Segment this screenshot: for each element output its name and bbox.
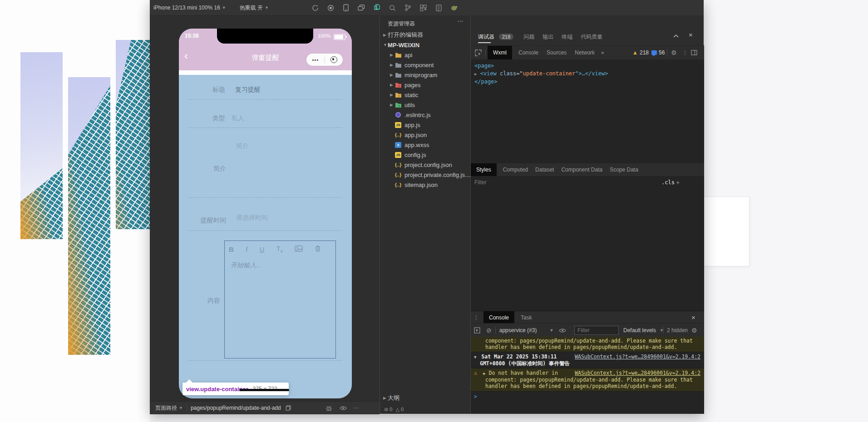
intro-textarea-placeholder[interactable]: 简介 xyxy=(236,142,249,150)
tree-item-project-config[interactable]: {..} project.config.json xyxy=(380,160,471,170)
git-icon[interactable] xyxy=(402,2,413,13)
italic-icon[interactable]: I xyxy=(246,245,248,253)
chevron-down-icon[interactable]: ▼ xyxy=(179,406,183,410)
collapse-arrow-icon[interactable]: ▼ xyxy=(474,355,476,359)
expand-arrow-icon[interactable]: ▶ xyxy=(483,371,485,376)
tab-dataset[interactable]: Dataset xyxy=(535,167,554,173)
more-icon[interactable]: ⋯ xyxy=(353,405,360,411)
desktop-background xyxy=(0,0,150,422)
close-minip-button[interactable] xyxy=(325,56,343,63)
tab-scope-data[interactable]: Scope Data xyxy=(610,167,638,173)
tab-debugger[interactable]: 调试器 xyxy=(478,33,494,41)
subtab-network[interactable]: Network xyxy=(575,49,595,56)
tab-styles[interactable]: Styles xyxy=(471,163,497,176)
console-filter-input[interactable] xyxy=(574,326,619,335)
log-levels-selector[interactable]: Default levels xyxy=(623,327,656,334)
tree-item-utils[interactable]: ▶ utils xyxy=(380,100,471,110)
problems-counts[interactable]: ⊘ 0 △ 0 xyxy=(384,407,404,412)
tree-item-pages[interactable]: ▶ pages xyxy=(380,80,471,90)
source-link[interactable]: WASubContext.js?t=we…28496001&v=2.19.4:2 xyxy=(575,370,700,376)
explorer-files-icon[interactable] xyxy=(371,2,382,13)
bug-icon[interactable] xyxy=(323,402,334,413)
tree-item-static[interactable]: ▶ static xyxy=(380,90,471,100)
trash-icon[interactable] xyxy=(315,245,321,253)
type-field-placeholder[interactable]: 私人 xyxy=(232,114,244,123)
explorer-more-icon[interactable]: ⋯ xyxy=(457,17,464,25)
wallpaper-strip-left xyxy=(20,52,63,239)
file-doc-icon[interactable] xyxy=(433,2,444,13)
gear-icon[interactable]: ⚙ xyxy=(671,49,677,56)
console-log-group[interactable]: ▼ Sat Mar 22 2025 15:38:11 WASubContext.… xyxy=(471,352,704,368)
info-count[interactable]: 56 xyxy=(659,49,665,56)
subtab-wxml[interactable]: Wxml xyxy=(488,46,512,59)
tab-terminal[interactable]: 终端 xyxy=(562,33,572,41)
tree-item-eslintrc[interactable]: .eslintrc.js xyxy=(380,110,471,120)
tree-item-miniprogram[interactable]: ▶ miniprogram xyxy=(380,70,471,80)
kebab-menu-icon[interactable]: ⋮ xyxy=(682,49,688,56)
collapse-icon[interactable] xyxy=(673,33,679,39)
tab-component-data[interactable]: Component Data xyxy=(561,167,602,173)
extensions-icon[interactable] xyxy=(418,2,429,13)
inspect-element-icon[interactable] xyxy=(473,47,483,58)
section-outline[interactable]: ▶ 大纲 xyxy=(380,393,471,403)
eye-icon[interactable] xyxy=(338,402,349,413)
add-style-button[interactable]: + xyxy=(676,179,680,186)
community-icon[interactable] xyxy=(449,2,459,13)
more-menu-button[interactable]: ••• xyxy=(306,57,325,63)
device-selector[interactable]: iPhone 12/13 mini 100% 16 ▼ xyxy=(153,5,226,11)
phone-preview-icon[interactable] xyxy=(340,2,351,13)
expand-arrow-icon[interactable]: ▶ xyxy=(474,72,477,76)
section-open-editors[interactable]: ▶ 打开的编辑器 xyxy=(380,30,471,40)
console-log-area[interactable]: component: pages/popupRemind/update-and-… xyxy=(471,337,704,414)
tab-console-bottom[interactable]: Console xyxy=(483,311,514,324)
title-field-value[interactable]: 复习提醒 xyxy=(235,86,261,94)
drag-handle-icon[interactable]: ⋮ xyxy=(473,314,479,321)
copy-icon[interactable] xyxy=(283,402,294,413)
subtab-sources[interactable]: Sources xyxy=(547,49,567,56)
multi-window-icon[interactable] xyxy=(356,2,367,13)
tree-item-component[interactable]: ▶ component xyxy=(380,60,471,70)
context-selector[interactable]: appservice (#3) xyxy=(499,327,537,334)
source-link[interactable]: WASubContext.js?t=we…28496001&v=2.19.4:2 xyxy=(575,353,700,360)
tab-computed[interactable]: Computed xyxy=(503,167,528,173)
expand-console-icon[interactable] xyxy=(472,325,483,336)
section-project-root[interactable]: ▼ MP-WEIXIN xyxy=(380,40,471,50)
clear-format-icon[interactable]: Tx xyxy=(276,245,283,254)
compile-icon[interactable] xyxy=(310,2,321,13)
clear-console-icon[interactable]: ⊘ xyxy=(486,327,492,334)
tree-item-sitemap-json[interactable]: {..} sitemap.json xyxy=(380,180,471,190)
tree-item-app-js[interactable]: JS app.js xyxy=(380,120,471,130)
chevron-right-icon: ▶ xyxy=(390,83,395,87)
bold-icon[interactable]: B xyxy=(229,245,234,253)
tree-item-api[interactable]: ▶ api xyxy=(380,50,471,60)
close-icon[interactable]: × xyxy=(689,31,693,39)
hot-reload-toggle[interactable]: 热重载 开 ▼ xyxy=(240,4,269,12)
close-icon[interactable]: × xyxy=(691,314,695,321)
subtab-console[interactable]: Console xyxy=(518,49,538,56)
tab-problems[interactable]: 问题 xyxy=(523,33,534,41)
console-prompt[interactable]: > xyxy=(471,392,704,400)
dock-layout-icon[interactable] xyxy=(689,47,700,58)
remind-time-placeholder[interactable]: 请选择时间 xyxy=(236,214,268,222)
styles-filter-input[interactable] xyxy=(472,178,608,186)
record-icon[interactable] xyxy=(325,2,336,13)
wxml-code-view[interactable]: <page> ▶ <view class="update-container">… xyxy=(471,59,704,163)
rich-text-editor[interactable]: B I U Tx 开始输入... xyxy=(224,240,336,358)
subtab-overflow[interactable]: » xyxy=(601,49,604,56)
cls-button[interactable]: .cls xyxy=(661,179,675,186)
gear-icon[interactable]: ⚙ xyxy=(691,327,697,334)
tree-item-app-json[interactable]: {..} app.json xyxy=(380,130,471,140)
console-warning-handler[interactable]: ⚠ ▶ Do not have handler in WASubContext.… xyxy=(471,368,704,392)
insert-image-icon[interactable] xyxy=(295,245,303,253)
underline-icon[interactable]: U xyxy=(260,245,265,253)
tree-item-app-wxss[interactable]: 3 app.wxss xyxy=(380,140,471,150)
tree-item-label: config.js xyxy=(404,152,426,158)
tab-code-quality[interactable]: 代码质量 xyxy=(581,33,602,41)
tab-output[interactable]: 输出 xyxy=(542,33,553,41)
tab-task[interactable]: Task xyxy=(521,314,532,321)
eye-icon[interactable] xyxy=(557,325,568,336)
tree-item-project-private-config[interactable]: {..} project.private.config.js… xyxy=(380,170,471,180)
warning-count[interactable]: 218 xyxy=(640,49,649,56)
tree-item-config-js[interactable]: JS config.js xyxy=(380,150,471,160)
search-icon[interactable] xyxy=(387,2,398,13)
